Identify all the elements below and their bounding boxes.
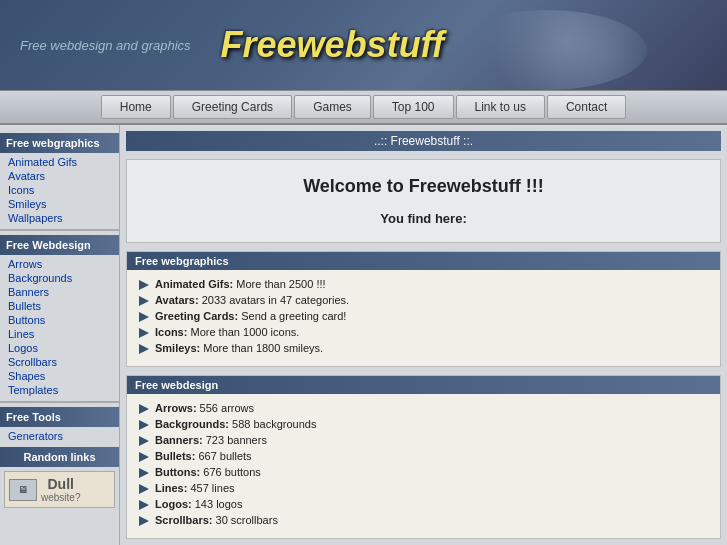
sidebar-separator-2 bbox=[0, 401, 119, 403]
dull-icon: 🖥 bbox=[9, 479, 37, 501]
bullet-icon bbox=[139, 312, 149, 322]
content-area: ..:: Freewebstuff ::. Welcome to Freeweb… bbox=[120, 125, 727, 545]
sidebar-tools-header: Free Tools bbox=[0, 407, 119, 427]
list-item: Arrows: 556 arrows bbox=[139, 402, 708, 414]
sidebar-webgraphics-links: Animated GifsAvatarsIconsSmileysWallpape… bbox=[0, 155, 119, 225]
list-item-text: Logos: 143 logos bbox=[155, 498, 242, 510]
list-item: Bullets: 667 bullets bbox=[139, 450, 708, 462]
list-item: Greeting Cards: Send a greeting card! bbox=[139, 310, 708, 322]
bullet-icon bbox=[139, 452, 149, 462]
bullet-icon bbox=[139, 436, 149, 446]
sidebar-link-wallpapers[interactable]: Wallpapers bbox=[0, 211, 119, 225]
webdesign-info-header: Free webdesign bbox=[127, 376, 720, 394]
list-item-text: Greeting Cards: Send a greeting card! bbox=[155, 310, 346, 322]
content-top-bar: ..:: Freewebstuff ::. bbox=[126, 131, 721, 151]
dull-widget: 🖥 Dull website? bbox=[4, 471, 115, 508]
list-item: Buttons: 676 buttons bbox=[139, 466, 708, 478]
welcome-box: Welcome to Freewebstuff !!! You find her… bbox=[126, 159, 721, 243]
sidebar-random-header: Random links bbox=[0, 447, 119, 467]
header: Free webdesign and graphics Freewebstuff bbox=[0, 0, 727, 90]
list-item: Backgrounds: 588 backgrounds bbox=[139, 418, 708, 430]
nav-item-top100[interactable]: Top 100 bbox=[373, 95, 454, 119]
list-item-text: Animated Gifs: More than 2500 !!! bbox=[155, 278, 326, 290]
sidebar: Free webgraphics Animated GifsAvatarsIco… bbox=[0, 125, 120, 545]
welcome-title: Welcome to Freewebstuff !!! bbox=[143, 176, 704, 197]
list-item-text: Scrollbars: 30 scrollbars bbox=[155, 514, 278, 526]
bullet-icon bbox=[139, 328, 149, 338]
sidebar-link-icons[interactable]: Icons bbox=[0, 183, 119, 197]
list-item: Scrollbars: 30 scrollbars bbox=[139, 514, 708, 526]
bullet-icon bbox=[139, 468, 149, 478]
list-item: Avatars: 2033 avatars in 47 categories. bbox=[139, 294, 708, 306]
sidebar-separator-1 bbox=[0, 229, 119, 231]
sidebar-link-buttons[interactable]: Buttons bbox=[0, 313, 119, 327]
sidebar-link-logos[interactable]: Logos bbox=[0, 341, 119, 355]
webgraphics-items: Animated Gifs: More than 2500 !!!Avatars… bbox=[127, 270, 720, 366]
sidebar-link-smileys[interactable]: Smileys bbox=[0, 197, 119, 211]
sidebar-webgraphics-header: Free webgraphics bbox=[0, 133, 119, 153]
sidebar-webdesign-links: ArrowsBackgroundsBannersBulletsButtonsLi… bbox=[0, 257, 119, 397]
webdesign-items: Arrows: 556 arrowsBackgrounds: 588 backg… bbox=[127, 394, 720, 538]
list-item-text: Arrows: 556 arrows bbox=[155, 402, 254, 414]
nav-item-games[interactable]: Games bbox=[294, 95, 371, 119]
list-item-text: Backgrounds: 588 backgrounds bbox=[155, 418, 316, 430]
main-layout: Free webgraphics Animated GifsAvatarsIco… bbox=[0, 125, 727, 545]
sidebar-link-arrows[interactable]: Arrows bbox=[0, 257, 119, 271]
webgraphics-info-header: Free webgraphics bbox=[127, 252, 720, 270]
bullet-icon bbox=[139, 500, 149, 510]
sidebar-link-backgrounds[interactable]: Backgrounds bbox=[0, 271, 119, 285]
dull-sub: website? bbox=[41, 492, 80, 503]
list-item-text: Avatars: 2033 avatars in 47 categories. bbox=[155, 294, 349, 306]
list-item: Animated Gifs: More than 2500 !!! bbox=[139, 278, 708, 290]
you-find-here: You find here: bbox=[143, 211, 704, 226]
list-item-text: Banners: 723 banners bbox=[155, 434, 267, 446]
sidebar-webdesign-header: Free Webdesign bbox=[0, 235, 119, 255]
sidebar-link-shapes[interactable]: Shapes bbox=[0, 369, 119, 383]
sidebar-link-templates[interactable]: Templates bbox=[0, 383, 119, 397]
sidebar-link-lines[interactable]: Lines bbox=[0, 327, 119, 341]
bullet-icon bbox=[139, 420, 149, 430]
bullet-icon bbox=[139, 280, 149, 290]
sidebar-tools-links: Generators bbox=[0, 429, 119, 443]
list-item: Lines: 457 lines bbox=[139, 482, 708, 494]
sidebar-link-animated-gifs[interactable]: Animated Gifs bbox=[0, 155, 119, 169]
webdesign-info-box: Free webdesign Arrows: 556 arrowsBackgro… bbox=[126, 375, 721, 539]
nav-item-link-to-us[interactable]: Link to us bbox=[456, 95, 545, 119]
list-item-text: Lines: 457 lines bbox=[155, 482, 235, 494]
sidebar-link-banners[interactable]: Banners bbox=[0, 285, 119, 299]
sidebar-link-scrollbars[interactable]: Scrollbars bbox=[0, 355, 119, 369]
list-item-text: Smileys: More than 1800 smileys. bbox=[155, 342, 323, 354]
dull-label: Dull bbox=[41, 476, 80, 492]
list-item: Smileys: More than 1800 smileys. bbox=[139, 342, 708, 354]
bullet-icon bbox=[139, 516, 149, 526]
list-item-text: Bullets: 667 bullets bbox=[155, 450, 252, 462]
sidebar-link-avatars[interactable]: Avatars bbox=[0, 169, 119, 183]
nav-item-home[interactable]: Home bbox=[101, 95, 171, 119]
bullet-icon bbox=[139, 296, 149, 306]
webgraphics-info-box: Free webgraphics Animated Gifs: More tha… bbox=[126, 251, 721, 367]
bullet-icon bbox=[139, 344, 149, 354]
nav-item-contact[interactable]: Contact bbox=[547, 95, 626, 119]
bullet-icon bbox=[139, 484, 149, 494]
dull-text: Dull website? bbox=[41, 476, 80, 503]
list-item: Banners: 723 banners bbox=[139, 434, 708, 446]
bullet-icon bbox=[139, 404, 149, 414]
list-item: Logos: 143 logos bbox=[139, 498, 708, 510]
list-item-text: Icons: More than 1000 icons. bbox=[155, 326, 299, 338]
header-logo: Freewebstuff bbox=[221, 24, 444, 66]
list-item-text: Buttons: 676 buttons bbox=[155, 466, 261, 478]
header-tagline: Free webdesign and graphics bbox=[20, 38, 191, 53]
list-item: Icons: More than 1000 icons. bbox=[139, 326, 708, 338]
sidebar-link-bullets[interactable]: Bullets bbox=[0, 299, 119, 313]
nav-item-greeting-cards[interactable]: Greeting Cards bbox=[173, 95, 292, 119]
sidebar-link-generators[interactable]: Generators bbox=[0, 429, 119, 443]
navbar: HomeGreeting CardsGamesTop 100Link to us… bbox=[0, 90, 727, 125]
